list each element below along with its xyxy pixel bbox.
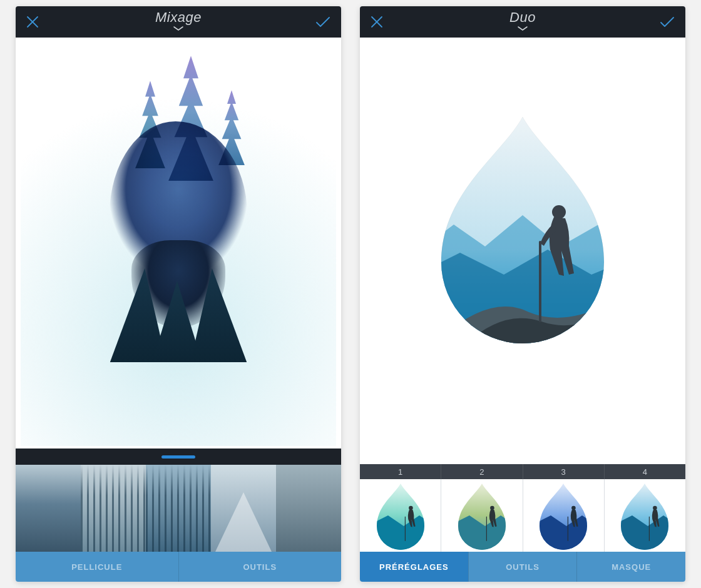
title-wrap: Mixage xyxy=(16,6,341,38)
tab-outils[interactable]: OUTILS xyxy=(468,552,577,582)
preset-thumbnail[interactable] xyxy=(604,479,685,552)
tab-label: PELLICULE xyxy=(71,562,122,572)
bottom-tabs: PRÉRÉGLAGES OUTILS MASQUE xyxy=(360,552,685,582)
preview-portrait xyxy=(66,56,291,381)
tab-label: MASQUE xyxy=(611,562,651,572)
preview-canvas[interactable] xyxy=(360,38,685,464)
drag-handle-bar[interactable] xyxy=(16,449,341,465)
preset-number: 3 xyxy=(523,464,604,479)
chevron-down-icon[interactable] xyxy=(171,23,185,34)
preset-number: 2 xyxy=(441,464,522,479)
svg-rect-2 xyxy=(539,241,541,322)
preview-duo xyxy=(416,112,629,362)
svg-point-1 xyxy=(552,205,566,219)
overlay-thumbnails xyxy=(16,465,341,552)
duo-mask-shape-icon xyxy=(416,112,629,362)
preset-thumbnails xyxy=(360,479,685,552)
bottom-tabs: PELLICULE OUTILS xyxy=(16,552,341,582)
overlay-strip xyxy=(16,449,341,552)
svg-point-4 xyxy=(409,506,413,510)
screen-mixage: Mixage xyxy=(16,6,341,582)
title-wrap: Duo xyxy=(360,6,685,38)
preset-strip: 1 2 3 4 xyxy=(360,464,685,552)
screen-title: Duo xyxy=(509,9,536,26)
tab-pellicule[interactable]: PELLICULE xyxy=(16,552,178,582)
overlay-thumbnail[interactable] xyxy=(81,465,146,552)
preset-number: 1 xyxy=(360,464,441,479)
close-icon[interactable] xyxy=(370,15,384,29)
top-bar: Mixage xyxy=(16,6,341,38)
svg-point-7 xyxy=(490,506,494,510)
drag-handle-icon xyxy=(161,455,195,459)
chevron-down-icon[interactable] xyxy=(516,23,530,34)
preset-thumbnail[interactable] xyxy=(360,479,441,552)
svg-point-10 xyxy=(571,506,576,510)
tab-label: OUTILS xyxy=(243,562,277,572)
tab-label: PRÉRÉGLAGES xyxy=(379,562,449,572)
tab-outils[interactable]: OUTILS xyxy=(178,552,342,582)
preset-thumbnail[interactable] xyxy=(523,479,604,552)
close-icon[interactable] xyxy=(26,15,39,29)
svg-rect-11 xyxy=(568,517,568,541)
confirm-icon[interactable] xyxy=(659,15,675,29)
svg-point-13 xyxy=(653,506,657,510)
overlay-thumbnail[interactable] xyxy=(276,465,341,552)
screen-duo: Duo xyxy=(360,6,685,582)
svg-rect-8 xyxy=(486,517,487,541)
preset-number-row: 1 2 3 4 xyxy=(360,464,685,479)
overlay-thumbnail[interactable] xyxy=(211,465,276,552)
screen-title: Mixage xyxy=(155,9,202,26)
tab-prereglages[interactable]: PRÉRÉGLAGES xyxy=(360,552,468,582)
svg-rect-5 xyxy=(404,517,405,541)
confirm-icon[interactable] xyxy=(315,15,331,29)
preview-canvas[interactable] xyxy=(16,38,341,449)
overlay-thumbnail[interactable] xyxy=(16,465,81,552)
overlay-thumbnail[interactable] xyxy=(146,465,211,552)
preset-number: 4 xyxy=(604,464,685,479)
top-bar: Duo xyxy=(360,6,685,38)
preset-thumbnail[interactable] xyxy=(441,479,522,552)
svg-rect-14 xyxy=(649,517,650,541)
tab-label: OUTILS xyxy=(506,562,540,572)
tab-masque[interactable]: MASQUE xyxy=(576,552,685,582)
